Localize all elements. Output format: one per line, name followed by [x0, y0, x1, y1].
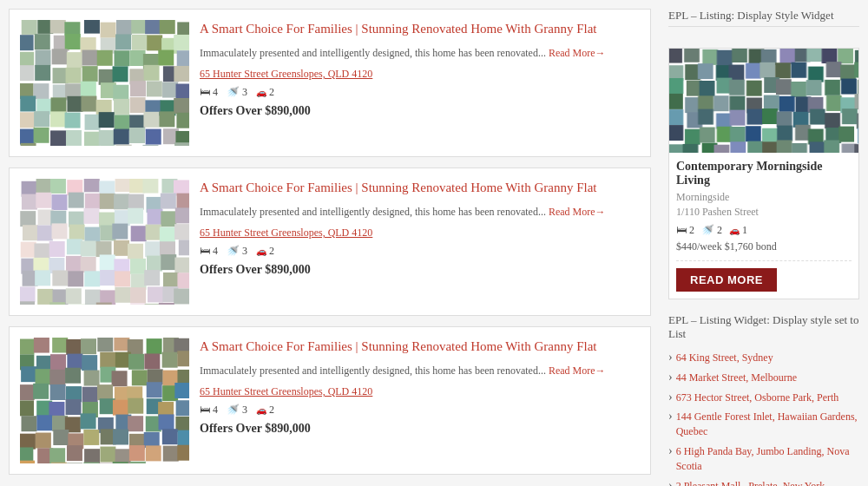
- list-item-4[interactable]: 144 Gentle Forest Inlet, Hawaiian Garden…: [668, 407, 859, 442]
- listing-price-3: Offers Over $890,000: [200, 422, 640, 436]
- featured-prop-price: $440/week $1,760 bond: [676, 240, 852, 261]
- featured-beds: 2: [676, 224, 694, 237]
- list-item-6[interactable]: 2 Pleasant Mall., Prelate, New York: [668, 476, 859, 486]
- listing-info-3: A Smart Choice For Families | Stunning R…: [200, 338, 640, 463]
- car-icon-3: [256, 404, 266, 417]
- listing-card-3: A Smart Choice For Families | Stunning R…: [9, 326, 651, 475]
- page-wrapper: A Smart Choice For Families | Stunning R…: [0, 0, 868, 486]
- baths-feature-3: 3: [227, 404, 247, 417]
- list-item-5[interactable]: 6 High Panda Bay, Jumbo Landing, Nova Sc…: [668, 442, 859, 476]
- listing-price-1: Offers Over $890,000: [200, 104, 640, 118]
- listing-features-3: 4 3 2: [200, 404, 640, 417]
- baths-feature-1: 3: [227, 86, 247, 99]
- featured-baths-count: 2: [717, 224, 722, 237]
- baths-feature-2: 3: [227, 245, 247, 258]
- listing-info-1: A Smart Choice For Families | Stunning R…: [200, 20, 640, 146]
- bed-icon: [676, 224, 687, 237]
- listing-card-1: A Smart Choice For Families | Stunning R…: [9, 9, 651, 157]
- listing-features-1: 4 3 2: [200, 86, 640, 99]
- baths-count-2: 3: [242, 245, 247, 258]
- listing-desc-1: Immaculately presented and intelligently…: [200, 45, 640, 61]
- cars-feature-1: 2: [256, 86, 274, 99]
- list-item-link-4[interactable]: 144 Gentle Forest Inlet, Hawaiian Garden…: [676, 410, 859, 439]
- bed-icon-3: [200, 404, 210, 417]
- bath-icon-2: [227, 245, 240, 258]
- featured-baths: 2: [701, 224, 722, 237]
- listing-canvas-1: [20, 20, 189, 146]
- read-more-link-1[interactable]: Read More→: [549, 47, 606, 59]
- car-icon-2: [256, 245, 266, 258]
- car-icon-1: [256, 86, 266, 99]
- featured-beds-count: 2: [689, 224, 694, 237]
- listing-title-link-3[interactable]: A Smart Choice For Families | Stunning R…: [200, 339, 597, 353]
- baths-count-3: 3: [242, 404, 247, 417]
- bath-icon: [701, 224, 714, 237]
- listing-thumb-1: [20, 20, 189, 146]
- listing-desc-3: Immaculately presented and intelligently…: [200, 363, 640, 378]
- listing-features-2: 4 3 2: [200, 245, 640, 258]
- listing-title-link-1[interactable]: A Smart Choice For Families | Stunning R…: [200, 22, 597, 36]
- read-more-link-3[interactable]: Read More→: [549, 364, 606, 377]
- featured-prop-address: 1/110 Pashen Street: [676, 206, 852, 219]
- listing-card-2: A Smart Choice For Families | Stunning R…: [9, 167, 651, 316]
- featured-property-widget: Contemporary Morningside Living Mornings…: [668, 48, 859, 299]
- cars-count-1: 2: [269, 86, 274, 99]
- bed-icon-1: [200, 86, 210, 99]
- featured-prop-features: 2 2 1: [676, 224, 852, 237]
- widget-display-title: EPL – Listing: Display Style Widget: [668, 9, 859, 27]
- listing-thumb-2: [20, 179, 189, 305]
- widget-list-title: EPL – Listing Widget: Display style set …: [668, 313, 859, 341]
- listing-title-2: A Smart Choice For Families | Stunning R…: [200, 179, 640, 197]
- beds-count-3: 4: [213, 404, 218, 417]
- bath-icon-1: [227, 86, 240, 99]
- cars-count-3: 2: [269, 404, 274, 417]
- listing-list-widget: EPL – Listing Widget: Display style set …: [668, 313, 859, 486]
- listing-title-1: A Smart Choice For Families | Stunning R…: [200, 20, 640, 38]
- list-item-1[interactable]: 64 King Street, Sydney: [668, 348, 859, 368]
- listing-info-2: A Smart Choice For Families | Stunning R…: [200, 179, 640, 305]
- property-list: 64 King Street, Sydney44 Market Street, …: [668, 348, 859, 486]
- cars-feature-2: 2: [256, 245, 274, 258]
- listing-address-1[interactable]: 65 Hunter Street Greenslopes, QLD 4120: [200, 68, 640, 81]
- beds-count-1: 4: [213, 86, 218, 99]
- bath-icon-3: [227, 404, 240, 417]
- beds-feature-2: 4: [200, 245, 218, 258]
- featured-prop-suburb: Morningside: [676, 191, 852, 204]
- listing-title-3: A Smart Choice For Families | Stunning R…: [200, 338, 640, 356]
- read-more-button[interactable]: READ MORE: [676, 268, 777, 292]
- beds-feature-1: 4: [200, 86, 218, 99]
- list-item-link-3[interactable]: 673 Hector Street, Osborne Park, Perth: [676, 391, 839, 405]
- beds-count-2: 4: [213, 245, 218, 258]
- cars-count-2: 2: [269, 245, 274, 258]
- listing-price-2: Offers Over $890,000: [200, 263, 640, 277]
- listing-desc-2: Immaculately presented and intelligently…: [200, 204, 640, 220]
- list-item-2[interactable]: 44 Market Street, Melbourne: [668, 368, 859, 388]
- featured-prop-content: Contemporary Morningside Living Mornings…: [669, 153, 858, 299]
- bed-icon-2: [200, 245, 210, 258]
- listings-column: A Smart Choice For Families | Stunning R…: [9, 9, 651, 486]
- listing-address-2[interactable]: 65 Hunter Street Greenslopes, QLD 4120: [200, 227, 640, 240]
- listing-address-3[interactable]: 65 Hunter Street Greenslopes, QLD 4120: [200, 385, 640, 398]
- listing-title-link-2[interactable]: A Smart Choice For Families | Stunning R…: [200, 181, 597, 194]
- baths-count-1: 3: [242, 86, 247, 99]
- featured-cars: 1: [729, 224, 747, 237]
- list-item-link-6[interactable]: 2 Pleasant Mall., Prelate, New York: [676, 479, 825, 486]
- beds-feature-3: 4: [200, 404, 218, 417]
- read-more-link-2[interactable]: Read More→: [549, 206, 606, 218]
- listing-canvas-2: [20, 179, 189, 305]
- cars-feature-3: 2: [256, 404, 274, 417]
- featured-prop-image: [669, 49, 858, 153]
- listing-thumb-3: [20, 338, 189, 463]
- sidebar: EPL – Listing: Display Style Widget Cont…: [668, 9, 859, 486]
- listing-canvas-3: [20, 338, 189, 463]
- list-item-link-5[interactable]: 6 High Panda Bay, Jumbo Landing, Nova Sc…: [676, 444, 859, 474]
- featured-cars-count: 1: [742, 224, 747, 237]
- featured-prop-name: Contemporary Morningside Living: [676, 160, 852, 187]
- list-item-link-2[interactable]: 44 Market Street, Melbourne: [676, 371, 797, 385]
- list-item-3[interactable]: 673 Hector Street, Osborne Park, Perth: [668, 388, 859, 408]
- list-item-link-1[interactable]: 64 King Street, Sydney: [676, 351, 773, 365]
- car-icon: [729, 224, 740, 237]
